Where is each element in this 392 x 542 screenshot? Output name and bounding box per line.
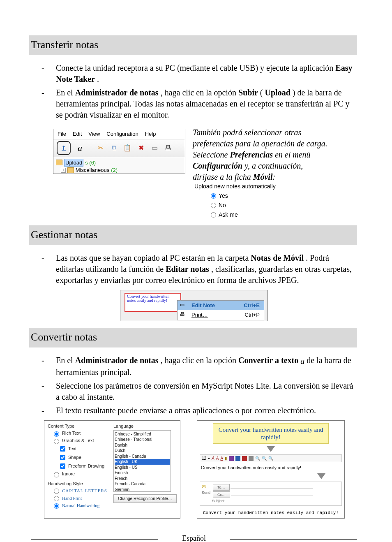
radio-input[interactable] [54,439,59,444]
language-option[interactable]: Dutch [115,448,170,454]
language-listbox[interactable]: Chinese - SimplifiedChinese - Traditiona… [113,430,171,492]
color-swatch[interactable] [229,456,234,461]
menu-edit[interactable]: Edit [73,130,82,138]
checkbox-input[interactable] [60,463,65,469]
radio-yes[interactable]: Yes [211,192,316,200]
menu-help[interactable]: Help [145,130,156,138]
text: En el [56,88,75,97]
page-footer: Español [31,533,357,542]
arrow-down-icon [267,446,275,452]
bold-italic: Móvil [253,172,273,181]
group-title: Content Type [48,423,111,429]
menu-edit-note[interactable]: ▭ Edit Note Ctrl+E [178,301,264,310]
menu-config[interactable]: Configuration [106,130,138,138]
opt-rich-text[interactable]: Rich Text [52,430,111,437]
opt-hand-print[interactable]: Hand Print [52,495,111,501]
tree-upload[interactable]: Upload s (6) [56,159,182,167]
delete-icon[interactable]: ✖ [137,144,145,152]
expand-icon[interactable]: + [61,168,66,173]
checkbox-input[interactable] [60,446,65,452]
radio-input[interactable] [54,431,59,437]
language-option[interactable]: German [115,487,170,492]
radio-input[interactable] [54,489,59,494]
color-swatch[interactable] [249,456,254,461]
radio-input[interactable] [54,472,59,477]
text: , haga clic en la opción [161,356,238,365]
radio-title: Upload new notes automatically [194,183,316,190]
language-option[interactable]: English - Canada [115,454,170,459]
paste-icon[interactable]: 📋 [123,144,131,152]
radio-label: Ask me [219,211,238,219]
opt-shape[interactable]: Shape [58,454,111,461]
tree-label: Miscellaneous [76,167,109,174]
radio-input[interactable] [211,193,216,199]
checkbox-input[interactable] [60,455,65,460]
change-profile-button[interactable]: Change Recognition Profile… [113,494,177,503]
radio-input[interactable] [54,503,59,509]
select-icon[interactable]: ▭ [150,144,159,152]
highlight-icon[interactable]: ▮ [225,456,227,461]
opt-text[interactable]: Text [58,445,111,453]
print-icon[interactable]: 🖶 [164,144,172,152]
footer-label: Español [182,534,206,542]
radio-input[interactable] [211,203,216,208]
font-icon[interactable]: A [220,456,223,461]
transfer-bullet-2: En el Administrador de notas , haga clic… [42,87,357,120]
font-icon[interactable]: A [216,456,219,461]
language-option[interactable]: Finnish [115,470,170,476]
converted-text: Convert your handwritten notes easily an… [198,465,343,471]
menu-print[interactable]: 🖶 Print… Ctrl+P [178,310,264,320]
language-option[interactable]: French [115,476,170,482]
font-size-value[interactable]: 12 [202,456,206,461]
heading-transfer: Transferir notas [29,35,357,55]
opt-ignore[interactable]: Ignore [52,471,111,477]
opt-graphics-text[interactable]: Graphics & Text [52,438,111,444]
language-option[interactable]: Chinese - Traditional [115,437,170,442]
label: Natural Handwriting [62,503,99,509]
radio-input[interactable] [211,212,216,218]
copy-icon[interactable]: ⧉ [110,144,118,152]
upload-icon[interactable] [57,141,71,155]
opt-capital-letters[interactable]: CAPITAL LETTERS [52,487,111,494]
zoom-fit-icon[interactable]: 🔍 [262,456,267,461]
language-option[interactable]: English - UK [115,459,170,465]
bold: Upload [265,88,291,97]
label: Text [68,446,76,452]
language-option[interactable]: French - Canada [115,481,170,487]
send-button[interactable]: ✉ Send [202,484,210,503]
to-button[interactable]: To… [213,484,230,491]
menu-view[interactable]: View [88,130,100,138]
group-title: Language [113,423,177,429]
cut-icon[interactable]: ✂ [96,144,104,152]
arrow-down-icon [317,473,325,479]
radio-no[interactable]: No [211,202,316,209]
menu-file[interactable]: File [58,130,66,138]
color-swatch[interactable] [242,456,247,461]
dropdown-icon[interactable]: ▾ [208,456,210,461]
text: Conecte la unidad receptora a su PC (med… [56,63,335,72]
bold: Subir [238,88,258,97]
manage-list: Las notas que se hayan copiado al PC est… [42,252,357,286]
tree: Upload s (6) + Miscellaneous (2) [53,157,185,175]
label: CAPITAL LETTERS [62,488,107,494]
tree-misc[interactable]: + Miscellaneous (2) [61,167,182,174]
language-option[interactable]: Danish [115,442,170,448]
color-swatch[interactable] [235,456,240,461]
zoom-in-icon[interactable]: 🔍 [255,456,260,461]
language-option[interactable]: Chinese - Simplified [115,431,170,437]
opt-freeform[interactable]: Freeform Drawing [58,462,111,470]
font-icon[interactable]: A [212,456,214,461]
bold: Notas de Móvil [251,253,304,262]
cc-button[interactable]: Cc… [213,491,230,498]
convert-text-icon[interactable]: a [78,142,82,154]
radio-ask[interactable]: Ask me [211,211,316,219]
convert-list: En el Administrador de notas , haga clic… [42,355,357,416]
label: Freeform Drawing [68,463,104,469]
language-option[interactable]: English - US [115,465,170,470]
label: Send [202,490,210,495]
opt-natural-handwriting[interactable]: Natural Handwriting [52,502,111,509]
convert-bullet-3: El texto resultante puede enviarse a otr… [42,405,357,416]
text: en el menú [275,150,311,159]
radio-input[interactable] [54,496,59,501]
zoom-out-icon[interactable]: 🔍 [268,456,273,461]
